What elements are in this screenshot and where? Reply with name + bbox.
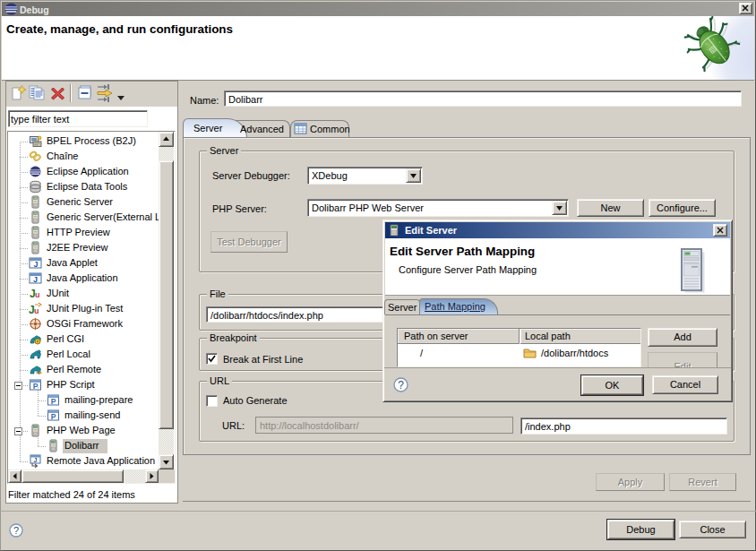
svg-text:J: J [33, 275, 38, 284]
svg-text:P: P [51, 397, 56, 406]
svg-text:?: ? [398, 379, 404, 392]
svg-text:P: P [51, 412, 56, 421]
svg-text:u: u [35, 290, 40, 299]
svg-text:J: J [34, 457, 38, 463]
svg-text:u: u [34, 306, 39, 315]
svg-text:J: J [33, 260, 38, 269]
svg-text:?: ? [13, 525, 19, 536]
